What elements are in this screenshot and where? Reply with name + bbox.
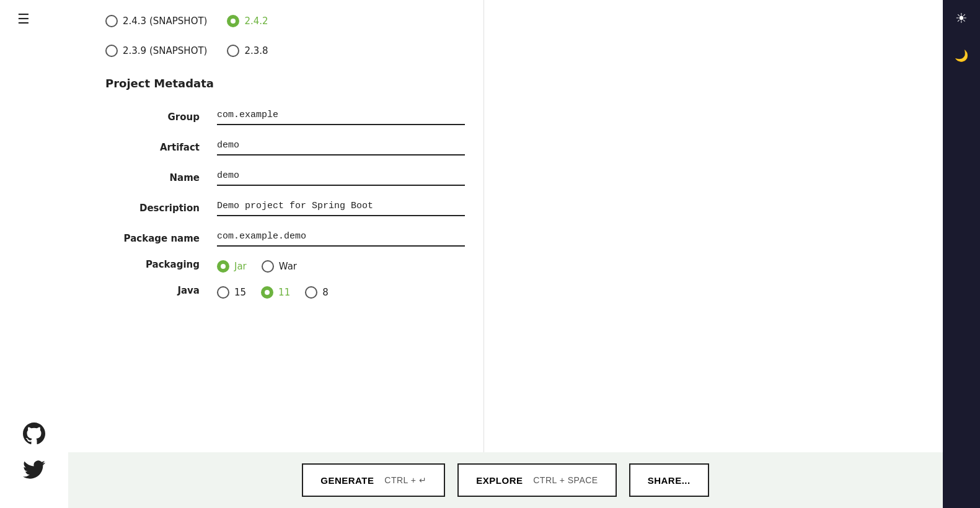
version-242-radio[interactable] (227, 15, 239, 27)
version-238-radio[interactable] (227, 45, 239, 57)
version-243snap-option[interactable]: 2.4.3 (SNAPSHOT) (105, 15, 207, 27)
version-242-label: 2.4.2 (244, 15, 268, 27)
main-content: 2.4.3 (SNAPSHOT) 2.4.2 2.3.9 (SNAPSHOT) … (68, 0, 943, 465)
packaging-options: Jar War (217, 260, 297, 273)
share-button[interactable]: SHARE... (629, 463, 709, 497)
theme-dark-button[interactable]: 🌙 (943, 37, 980, 74)
java-11-radio[interactable] (261, 286, 273, 299)
group-input[interactable] (217, 107, 465, 125)
java-11-label: 11 (278, 287, 290, 298)
theme-light-button[interactable]: ☀ (943, 0, 980, 37)
project-metadata-title: Project Metadata (105, 77, 906, 90)
package-name-label: Package name (105, 233, 217, 247)
packaging-row: Packaging Jar War (105, 259, 906, 273)
description-label: Description (105, 203, 217, 216)
explore-shortcut: CTRL + SPACE (528, 475, 598, 485)
version-242-option[interactable]: 2.4.2 (227, 15, 268, 27)
java-options: 15 11 8 (217, 286, 329, 299)
version-239snap-label: 2.3.9 (SNAPSHOT) (123, 45, 207, 56)
name-row: Name (105, 168, 906, 186)
package-name-row: Package name (105, 229, 906, 247)
version-row-1: 2.4.3 (SNAPSHOT) 2.4.2 (105, 15, 906, 27)
left-sidebar: ☰ (0, 0, 68, 508)
right-sidebar: ☀ 🌙 (943, 0, 980, 508)
generate-label: GENERATE (320, 475, 374, 486)
description-input-wrap (217, 198, 465, 216)
artifact-row: Artifact (105, 138, 906, 155)
packaging-label: Packaging (105, 259, 217, 273)
packaging-war-label: War (279, 261, 297, 272)
package-name-input[interactable] (217, 229, 465, 247)
generate-shortcut: CTRL + ↵ (379, 475, 427, 485)
java-8-label: 8 (322, 287, 329, 298)
twitter-link[interactable] (23, 458, 45, 483)
java-row: Java 15 11 8 (105, 285, 906, 299)
name-input-wrap (217, 168, 465, 186)
packaging-jar-radio[interactable] (217, 260, 229, 273)
java-11-option[interactable]: 11 (261, 286, 290, 299)
packaging-jar-option[interactable]: Jar (217, 260, 247, 273)
name-input[interactable] (217, 168, 465, 186)
version-239snap-radio[interactable] (105, 45, 118, 57)
packaging-war-radio[interactable] (262, 260, 274, 273)
version-243snap-radio[interactable] (105, 15, 118, 27)
explore-label: EXPLORE (476, 475, 523, 486)
packaging-war-option[interactable]: War (262, 260, 297, 273)
version-243snap-label: 2.4.3 (SNAPSHOT) (123, 15, 207, 27)
artifact-input-wrap (217, 138, 465, 155)
java-8-option[interactable]: 8 (305, 286, 329, 299)
version-239snap-option[interactable]: 2.3.9 (SNAPSHOT) (105, 45, 207, 57)
description-input[interactable] (217, 198, 465, 216)
name-label: Name (105, 172, 217, 186)
group-label: Group (105, 112, 217, 125)
explore-button[interactable]: EXPLORE CTRL + SPACE (457, 463, 616, 497)
packaging-jar-label: Jar (234, 261, 247, 272)
share-label: SHARE... (648, 475, 691, 486)
generate-button[interactable]: GENERATE CTRL + ↵ (302, 463, 445, 497)
artifact-input[interactable] (217, 138, 465, 155)
group-row: Group (105, 107, 906, 125)
package-name-input-wrap (217, 229, 465, 247)
java-label: Java (105, 285, 217, 299)
version-238-option[interactable]: 2.3.8 (227, 45, 268, 57)
metadata-form: Group Artifact Name Description (105, 107, 906, 311)
description-row: Description (105, 198, 906, 216)
github-link[interactable] (23, 423, 45, 447)
group-input-wrap (217, 107, 465, 125)
java-15-label: 15 (234, 287, 246, 298)
bottom-action-bar: GENERATE CTRL + ↵ EXPLORE CTRL + SPACE S… (68, 452, 943, 508)
artifact-label: Artifact (105, 142, 217, 155)
hamburger-menu-button[interactable]: ☰ (17, 12, 30, 26)
java-8-radio[interactable] (305, 286, 317, 299)
java-15-radio[interactable] (217, 286, 229, 299)
version-238-label: 2.3.8 (244, 45, 268, 56)
java-15-option[interactable]: 15 (217, 286, 246, 299)
version-row-2: 2.3.9 (SNAPSHOT) 2.3.8 (105, 45, 906, 57)
